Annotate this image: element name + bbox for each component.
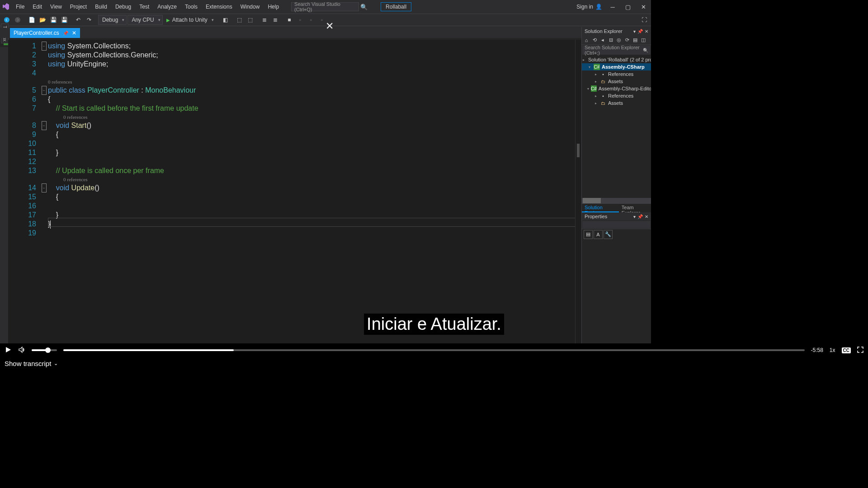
save-all-button[interactable]: 💾 <box>59 15 69 25</box>
panel-close-icon[interactable]: ✕ <box>645 214 648 219</box>
menu-edit[interactable]: Edit <box>28 0 46 14</box>
redo-button[interactable]: ↷ <box>84 15 94 25</box>
tree-label: References <box>608 71 633 77</box>
menu-build[interactable]: Build <box>91 0 111 14</box>
comment-button[interactable]: ■ <box>284 15 294 25</box>
home-icon[interactable]: ⌂ <box>583 37 590 44</box>
toolbar-btn-1[interactable]: ◧ <box>221 15 231 25</box>
new-project-button[interactable]: 📄 <box>27 15 37 25</box>
properties-title: Properties ▾ 📌 ✕ <box>582 212 651 221</box>
panel-dropdown-icon[interactable]: ▾ <box>633 214 636 219</box>
menu-project[interactable]: Project <box>66 0 91 14</box>
configuration-combo[interactable]: Debug <box>98 15 127 25</box>
bookmark-button[interactable]: ▫ <box>306 15 316 25</box>
menu-debug[interactable]: Debug <box>111 0 135 14</box>
categorized-icon[interactable]: ▤ <box>584 230 593 239</box>
panel-close-icon[interactable]: ✕ <box>645 29 648 34</box>
csproj-icon: C# <box>591 85 597 92</box>
attach-to-unity-button[interactable]: ▶ Attach to Unity <box>164 15 217 25</box>
toolbar-fullscreen-button[interactable]: ⛶ <box>639 15 649 25</box>
panel-scrollbar[interactable] <box>582 198 651 203</box>
menu-test[interactable]: Test <box>135 0 153 14</box>
outlining-margin[interactable]: − − − − <box>40 40 48 343</box>
uncomment-button[interactable]: ▫ <box>295 15 305 25</box>
progress-bar[interactable] <box>63 349 805 351</box>
codelens-indicator[interactable]: 0 references <box>48 175 580 183</box>
properties-icon[interactable]: ▤ <box>632 37 639 44</box>
quick-launch-input[interactable]: Search Visual Studio (Ctrl+Q) <box>291 2 359 11</box>
properties-object-combo[interactable] <box>582 221 651 228</box>
nav-forward-button[interactable] <box>13 15 23 25</box>
tab-solution-explorer[interactable]: Solution Explorer <box>582 204 619 212</box>
sync-icon[interactable]: ⟲ <box>591 37 598 44</box>
refresh-icon[interactable]: ⟳ <box>623 37 631 44</box>
toolbar-btn-2[interactable]: ⬚ <box>235 15 245 25</box>
transcript-label: Show transcript <box>5 360 51 367</box>
codelens-indicator[interactable]: 0 references <box>48 113 580 121</box>
references-icon: ▪ <box>600 71 606 77</box>
fold-toggle-icon[interactable]: − <box>42 121 47 130</box>
main-menu: File Edit View Project Build Debug Test … <box>12 0 283 14</box>
save-button[interactable]: 💾 <box>48 15 58 25</box>
sign-in-label: Sign in <box>576 4 593 10</box>
editor-annotation-bar[interactable] <box>575 40 581 343</box>
title-bar: File Edit View Project Build Debug Test … <box>0 0 651 14</box>
sign-in-button[interactable]: Sign in 👤 <box>576 4 602 10</box>
panel-pin-icon[interactable]: 📌 <box>637 214 643 219</box>
menu-extensions[interactable]: Extensions <box>202 0 236 14</box>
menu-view[interactable]: View <box>46 0 66 14</box>
play-button[interactable] <box>5 346 12 355</box>
menu-analyze[interactable]: Analyze <box>153 0 181 14</box>
tab-close-icon[interactable]: ✕ <box>72 30 76 36</box>
menu-help[interactable]: Help <box>264 0 283 14</box>
playback-speed-button[interactable]: 1x <box>830 347 835 353</box>
window-close-button[interactable]: ✕ <box>636 1 651 12</box>
volume-slider[interactable] <box>32 349 57 351</box>
platform-combo[interactable]: Any CPU <box>127 15 162 25</box>
panel-pin-icon[interactable]: 📌 <box>637 29 643 34</box>
show-transcript-button[interactable]: Show transcript ⌄ <box>5 360 58 367</box>
indent-right-button[interactable]: ≣ <box>270 15 280 25</box>
window-maximize-button[interactable]: ▢ <box>620 1 636 12</box>
play-icon: ▶ <box>166 18 170 23</box>
menu-tools[interactable]: Tools <box>181 0 202 14</box>
codelens-indicator[interactable]: 0 references <box>48 78 580 86</box>
fold-toggle-icon[interactable]: − <box>42 183 47 192</box>
back-icon[interactable]: ◂ <box>599 37 606 44</box>
tree-label: Assembly-CSharp-Editor <box>599 86 651 91</box>
tab-team-explorer[interactable]: Team Explorer <box>619 204 651 212</box>
captions-button[interactable]: CC <box>842 347 851 353</box>
alphabetical-icon[interactable]: A <box>594 230 603 239</box>
panel-dropdown-icon[interactable]: ▾ <box>633 29 636 34</box>
collapse-icon[interactable]: ⊟ <box>607 37 614 44</box>
time-remaining: -5:58 <box>811 347 823 353</box>
folder-icon: 🗀 <box>600 78 606 84</box>
attach-label: Attach to Unity <box>172 17 208 23</box>
window-minimize-button[interactable]: ─ <box>605 1 620 12</box>
fullscreen-button[interactable] <box>857 347 863 354</box>
pin-icon[interactable]: 📌 <box>63 31 68 36</box>
solution-explorer-search[interactable]: Search Solution Explorer (Ctrl+;) <box>582 46 651 55</box>
preview-icon[interactable]: ◫ <box>640 37 647 44</box>
menu-window[interactable]: Window <box>236 0 264 14</box>
search-icon[interactable]: 🔍 <box>359 2 369 11</box>
video-close-button[interactable]: ✕ <box>326 20 334 32</box>
solution-explorer-title: Solution Explorer ▾ 📌 ✕ <box>582 27 651 35</box>
property-pages-icon[interactable]: 🔧 <box>604 230 613 239</box>
fold-toggle-icon[interactable]: − <box>42 42 47 51</box>
references-icon: ▪ <box>600 93 606 99</box>
volume-button[interactable] <box>18 346 25 355</box>
show-all-icon[interactable]: ◎ <box>615 37 623 44</box>
tree-label: Assets <box>608 79 623 84</box>
open-file-button[interactable]: 📂 <box>38 15 47 25</box>
toolbar-btn-3[interactable]: ⬚ <box>245 15 255 25</box>
code-area[interactable]: using System.Collections; using System.C… <box>48 40 580 343</box>
code-editor[interactable]: 1 2 3 4 5 6 7 8 9 10 11 12 13 14 15 16 1… <box>8 40 580 343</box>
vs-logo-icon <box>0 0 12 14</box>
solution-tree[interactable]: ▸Solution 'Rollaball' (2 of 2 projects) … <box>582 55 651 198</box>
fold-toggle-icon[interactable]: − <box>42 86 47 95</box>
indent-left-button[interactable]: ≣ <box>259 15 269 25</box>
undo-button[interactable]: ↶ <box>73 15 83 25</box>
menu-file[interactable]: File <box>12 0 28 14</box>
document-tab[interactable]: PlayerController.cs 📌 ✕ <box>10 28 80 38</box>
